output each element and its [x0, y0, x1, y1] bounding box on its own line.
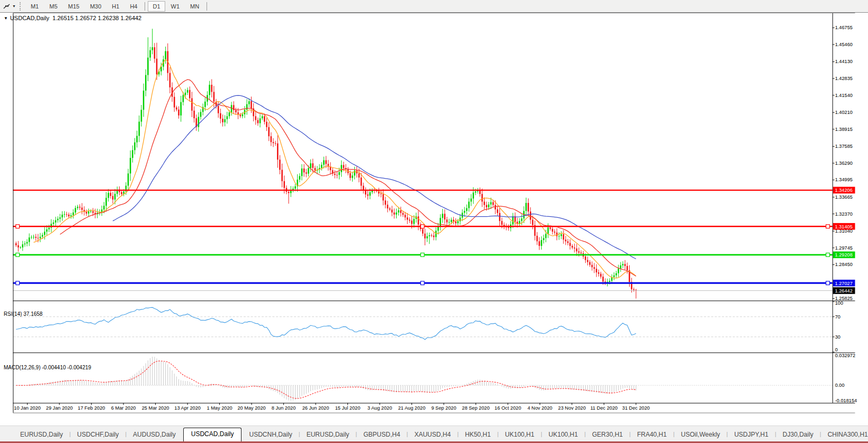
- collapse-triangle-icon[interactable]: ▼: [4, 16, 8, 21]
- date-label: 10 Jan 2020: [14, 405, 41, 411]
- macd-histogram: [16, 357, 636, 401]
- price-tick-label: 1.42835: [835, 76, 853, 81]
- rsi-tick-label: 30: [835, 334, 840, 340]
- timeframe-toolbar: ▼ M1M5M15M30H1H4D1W1MN: [0, 0, 868, 13]
- timeframe-button-h4[interactable]: H4: [125, 1, 142, 12]
- line-drag-handle[interactable]: [826, 253, 830, 256]
- price-tick-label: 1.37585: [835, 144, 853, 149]
- price-tick-label: 1.46755: [835, 25, 853, 30]
- chart-cursor-glyph: [3, 3, 11, 10]
- macd-tick-label: -0.018154: [835, 398, 857, 403]
- toolbar-grip: [20, 2, 22, 11]
- chart-tab-xauusd-h4[interactable]: XAUUSD,H4: [408, 429, 457, 441]
- date-label: 25 Mar 2020: [142, 405, 169, 411]
- price-tick-label: 1.38915: [835, 127, 853, 132]
- chart-tab-dj30-daily[interactable]: DJ30,Daily: [776, 429, 820, 441]
- date-label: 1 May 2020: [207, 405, 232, 411]
- price-tick-label: 1.40210: [835, 110, 853, 115]
- price-tick-label: 1.28450: [835, 262, 853, 267]
- line-drag-handle[interactable]: [420, 281, 424, 285]
- date-label: 15 Jul 2020: [335, 405, 361, 411]
- date-label: 17 Feb 2020: [78, 405, 105, 411]
- date-label: 21 Aug 2020: [398, 405, 426, 411]
- date-label: 26 Jun 2020: [302, 405, 329, 411]
- price-badge-value: 1.34206: [835, 188, 853, 193]
- chart-tab-bar: EURUSD,Daily|USDCHF,Daily|AUDUSD,DailyUS…: [0, 426, 868, 441]
- macd-values: -0.004410 -0.004219: [42, 365, 91, 370]
- chart-tab-eurusd-daily[interactable]: EURUSD,Daily: [300, 429, 356, 441]
- rsi-indicator-label: RSI(14) 37.1658: [4, 311, 42, 317]
- line-drag-handle[interactable]: [826, 281, 830, 285]
- date-label: 6 Mar 2020: [111, 405, 136, 411]
- chart-tab-eurusd-daily[interactable]: EURUSD,Daily: [14, 429, 69, 441]
- chart-quote-ohlc: 1.26515 1.26572 1.26238 1.26442: [52, 15, 141, 21]
- macd-indicator-label: MACD(12,26,9) -0.004410 -0.004219: [4, 365, 91, 370]
- chart-tab-hk50-h1[interactable]: HK50,H1: [459, 429, 497, 441]
- date-label: 9 Sep 2020: [431, 405, 456, 411]
- price-tick-label: 1.34995: [835, 177, 853, 182]
- macd-tick-label: 0.032972: [835, 353, 855, 358]
- date-label: 20 May 2020: [237, 405, 265, 411]
- date-label: 23 Nov 2020: [558, 405, 586, 411]
- rsi-value: 37.1658: [23, 311, 42, 317]
- price-tick-label: 1.32370: [835, 211, 853, 217]
- chart-tab-audusd-daily[interactable]: AUDUSD,Daily: [127, 429, 182, 441]
- date-label: 31 Dec 2020: [622, 405, 650, 411]
- chevron-down-icon: ▼: [12, 4, 16, 8]
- chart-cursor-icon[interactable]: ▼: [1, 2, 17, 11]
- price-tick-label: 1.44130: [835, 59, 853, 64]
- price-tick-label: 1.45460: [835, 42, 853, 47]
- date-label: 3 Aug 2020: [368, 405, 392, 411]
- line-drag-handle[interactable]: [16, 281, 20, 285]
- chart-tab-china300-h1[interactable]: CHINA300,H1: [821, 429, 868, 441]
- date-label: 13 Apr 2020: [174, 405, 201, 411]
- price-badge-value: 1.26442: [835, 288, 853, 294]
- moving-average-line-9: [34, 60, 636, 278]
- chart-tab-gbpusd-h4[interactable]: GBPUSD,H4: [357, 429, 406, 441]
- chart-tab-fra40-h1[interactable]: FRA40,H1: [631, 429, 673, 441]
- price-badge-value: 1.31405: [835, 224, 853, 229]
- timeframe-button-m30[interactable]: M30: [85, 1, 106, 12]
- timeframe-button-w1[interactable]: W1: [166, 1, 185, 12]
- line-drag-handle[interactable]: [16, 225, 20, 228]
- price-chart-canvas[interactable]: 1.467551.454601.441301.428351.415401.402…: [0, 13, 868, 426]
- chart-tab-usoil-weekly[interactable]: USOil,Weekly: [675, 429, 727, 441]
- timeframe-button-mn[interactable]: MN: [185, 1, 204, 12]
- macd-tick-label: 0.00: [835, 383, 845, 388]
- date-label: 28 Sep 2020: [462, 405, 489, 411]
- date-label: 11 Dec 2020: [590, 405, 618, 411]
- timeframe-button-d1[interactable]: D1: [148, 1, 165, 12]
- line-drag-handle[interactable]: [16, 253, 20, 256]
- timeframe-button-m15[interactable]: M15: [64, 1, 84, 12]
- price-tick-label: 1.36290: [835, 161, 853, 166]
- price-tick-label: 1.33665: [835, 194, 853, 200]
- date-label: 8 Jun 2020: [272, 405, 296, 411]
- line-drag-handle[interactable]: [826, 225, 830, 228]
- chart-window: 1.467551.454601.441301.428351.415401.402…: [0, 13, 868, 426]
- chart-tab-uk100-h1[interactable]: UK100,H1: [542, 429, 584, 441]
- line-drag-handle[interactable]: [420, 253, 424, 256]
- chart-tab-uk100-h1[interactable]: UK100,H1: [499, 429, 541, 441]
- timeframe-button-m1[interactable]: M1: [26, 1, 43, 12]
- rsi-tick-label: 70: [835, 314, 840, 320]
- macd-signal-line: [16, 361, 636, 398]
- chart-tab-usdjpy-h1[interactable]: USDJPY,H1: [728, 429, 774, 441]
- date-label: 29 Jan 2020: [46, 405, 73, 411]
- chart-tab-usdchf-daily[interactable]: USDCHF,Daily: [71, 429, 126, 441]
- rsi-tick-label: 100: [835, 300, 843, 306]
- date-label: 4 Nov 2020: [527, 405, 552, 411]
- chart-tab-usdcnh-daily[interactable]: USDCNH,Daily: [243, 429, 298, 441]
- toolbar-separator: [207, 2, 207, 11]
- chart-tab-usdcad-daily[interactable]: USDCAD,Daily: [183, 428, 242, 441]
- chart-tab-ger30-h1[interactable]: GER30,H1: [586, 429, 629, 441]
- timeframe-button-m5[interactable]: M5: [44, 1, 62, 12]
- price-tick-label: 1.41540: [835, 93, 853, 98]
- date-label: 16 Oct 2020: [495, 405, 521, 411]
- line-drag-handle[interactable]: [420, 225, 424, 228]
- timeframe-button-h1[interactable]: H1: [107, 1, 124, 12]
- moving-average-line-21: [60, 79, 636, 276]
- price-badge-value: 1.29208: [835, 252, 853, 258]
- price-badge-value: 1.27027: [835, 281, 853, 286]
- toolbar-separator: [145, 2, 145, 11]
- price-tick-label: 1.29745: [835, 245, 853, 251]
